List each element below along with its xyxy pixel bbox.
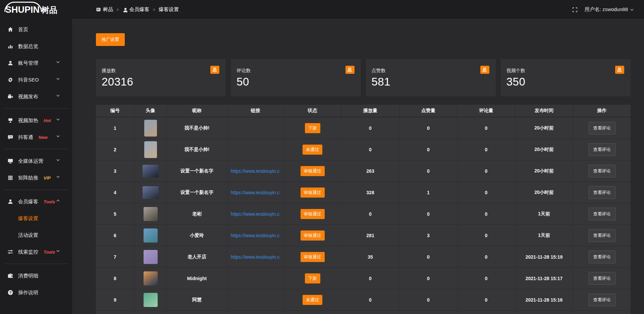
chevron-down-icon — [56, 175, 62, 181]
sidebar-divider — [4, 149, 68, 149]
fullscreen-icon[interactable] — [572, 7, 578, 13]
cell-nickname: 设置一个新名字 — [167, 160, 227, 182]
cell-time: 2021-11-28 15:17 — [515, 268, 573, 289]
status-badge[interactable]: 审核通过 — [301, 188, 325, 198]
sidebar-item-label: 线索监控 — [18, 249, 38, 255]
cell-time: 2021-11-28 15:16 — [515, 289, 573, 311]
cell-comments: 0 — [458, 289, 515, 311]
stat-total-badge: 总 — [615, 66, 624, 74]
cell-status: 未通过 — [284, 139, 341, 160]
topbar: 树品>会员爆客>爆客设置 用户名: zswodun88 — [72, 0, 644, 19]
cell-nickname: Midnight — [167, 268, 227, 289]
sidebar-item[interactable]: 全媒体运营 — [0, 153, 72, 169]
column-header: 操作 — [573, 105, 631, 117]
cell-link — [227, 268, 284, 289]
breadcrumb-item[interactable]: 爆客设置 — [159, 6, 179, 13]
sidebar-item[interactable]: 账号管理 — [0, 55, 72, 71]
sidebar-subitem[interactable]: 爆客设置 — [0, 210, 72, 227]
view-comments-button[interactable]: 查看评论 — [589, 165, 615, 177]
cell-comments: 0 — [458, 203, 515, 225]
cell-plays: 0 — [341, 203, 399, 225]
table-body: 1 我不是小帅! 下架 0 0 0 20小时前 查看评论 2 我不是小帅! 未通… — [96, 117, 631, 314]
user-menu[interactable]: 用户名: zswodun88 — [585, 6, 634, 13]
table-row: 7 老人开店 https://www.iesdouyin.c 审核通过 35 0… — [96, 246, 631, 268]
cell-plays: 0 — [341, 117, 399, 139]
view-comments-button[interactable]: 查看评论 — [589, 122, 615, 135]
sidebar-nav: 首页数据总览账号管理抖音SEO视频发布视频加热Hot抖客通New全媒体运营矩阵助… — [0, 21, 72, 301]
column-header: 状态 — [284, 105, 341, 117]
column-header: 头像 — [135, 105, 167, 117]
sidebar-item[interactable]: 抖音SEO — [0, 71, 72, 88]
stat-value: 20316 — [102, 75, 219, 88]
nav-tag: VIP — [44, 175, 51, 180]
sidebar-item[interactable]: 视频发布 — [0, 88, 72, 105]
breadcrumb: 树品>会员爆客>爆客设置 — [96, 6, 179, 13]
column-header: 点赞量 — [399, 105, 458, 117]
table-row: 8 Midnight 下架 0 0 0 2021-11-28 15:17 查看评… — [96, 268, 631, 289]
chevron-down-icon — [56, 77, 62, 83]
cell-id: 1 — [96, 117, 135, 139]
stat-cards: 播放数 20316 总 评论数 50 总 点赞数 581 总 视频个数 350 … — [96, 59, 631, 96]
svg-text:?: ? — [9, 291, 12, 295]
sidebar-item-label: 视频发布 — [18, 94, 38, 100]
video-link[interactable]: https://www.iesdouyin.c — [231, 190, 280, 195]
sidebar-subitem[interactable]: 活动设置 — [0, 227, 72, 244]
cell-nickname: 老彬 — [167, 203, 227, 225]
stat-card: 评论数 50 总 — [231, 59, 361, 96]
sidebar-item[interactable]: 会员爆客Tools — [0, 193, 72, 210]
status-badge[interactable]: 未通过 — [303, 295, 322, 305]
heat-icon — [7, 117, 13, 123]
view-comments-button[interactable]: 查看评论 — [589, 294, 615, 306]
video-link[interactable]: https://www.iesdouyin.c — [231, 233, 280, 238]
chevron-down-icon — [56, 134, 62, 140]
sidebar-item[interactable]: 抖客通New — [0, 129, 72, 146]
sidebar-item[interactable]: 线索监控Tools — [0, 244, 72, 260]
view-comments-button[interactable]: 查看评论 — [589, 208, 615, 220]
view-comments-button[interactable]: 查看评论 — [589, 229, 615, 242]
app-logo[interactable]: SHUPIN树品 — [0, 0, 72, 21]
sidebar: SHUPIN树品 首页数据总览账号管理抖音SEO视频发布视频加热Hot抖客通Ne… — [0, 0, 72, 314]
status-badge[interactable]: 未通过 — [303, 145, 322, 155]
cell-avatar — [135, 160, 167, 182]
status-badge[interactable]: 下架 — [305, 273, 320, 283]
breadcrumb-item[interactable]: 会员爆客 — [122, 6, 150, 13]
cell-id: 9 — [96, 289, 135, 311]
view-comments-button[interactable]: 查看评论 — [589, 272, 615, 285]
cell-id: 8 — [96, 268, 135, 289]
stat-value: 581 — [372, 75, 489, 88]
cell-link: https://www.iesdouyin.c — [227, 225, 284, 246]
sidebar-item-label: 抖音SEO — [18, 77, 39, 83]
status-badge[interactable]: 审核通过 — [301, 166, 325, 176]
view-comments-button[interactable]: 查看评论 — [589, 251, 615, 263]
cell-nickname: 小爱玲 — [167, 225, 227, 246]
column-header: 评论量 — [458, 105, 515, 117]
cell-time — [515, 311, 573, 314]
status-badge[interactable]: 审核通过 — [301, 230, 325, 241]
page: { "colors": { "accent_orange": "#f8820d"… — [0, 0, 644, 314]
sidebar-item[interactable]: 视频加热Hot — [0, 112, 72, 129]
sidebar-item[interactable]: ?操作说明 — [0, 284, 72, 301]
breadcrumb-label: 爆客设置 — [159, 6, 179, 13]
stat-total-badge: 总 — [345, 66, 355, 74]
cell-link: https://www.iesdouyin.c — [227, 246, 284, 268]
status-badge[interactable]: 审核通过 — [301, 252, 325, 262]
table-row: 4 设置一个新名字 https://www.iesdouyin.c 审核通过 3… — [96, 182, 631, 203]
cell-action: 查看评论 — [573, 268, 631, 289]
video-link[interactable]: https://www.iesdouyin.c — [231, 211, 280, 217]
cell-avatar — [135, 182, 167, 203]
sidebar-item[interactable]: 消费明细 — [0, 267, 72, 284]
status-badge[interactable]: 审核通过 — [301, 209, 325, 219]
sidebar-item[interactable]: 数据总览 — [0, 38, 72, 55]
sidebar-item[interactable]: 矩阵助推VIP — [0, 169, 72, 186]
video-link[interactable]: https://www.iesdouyin.c — [231, 254, 280, 260]
cell-id: 2 — [96, 139, 135, 160]
sidebar-item[interactable]: 首页 — [0, 21, 72, 38]
video-link[interactable]: https://www.iesdouyin.c — [231, 168, 280, 174]
breadcrumb-item[interactable]: 树品 — [96, 6, 113, 13]
chat-icon — [7, 134, 13, 140]
user-icon — [122, 7, 127, 12]
status-badge[interactable]: 下架 — [305, 123, 320, 133]
view-comments-button[interactable]: 查看评论 — [589, 186, 615, 199]
view-comments-button[interactable]: 查看评论 — [589, 143, 615, 156]
promo-settings-button[interactable]: 推广设置 — [96, 33, 125, 46]
